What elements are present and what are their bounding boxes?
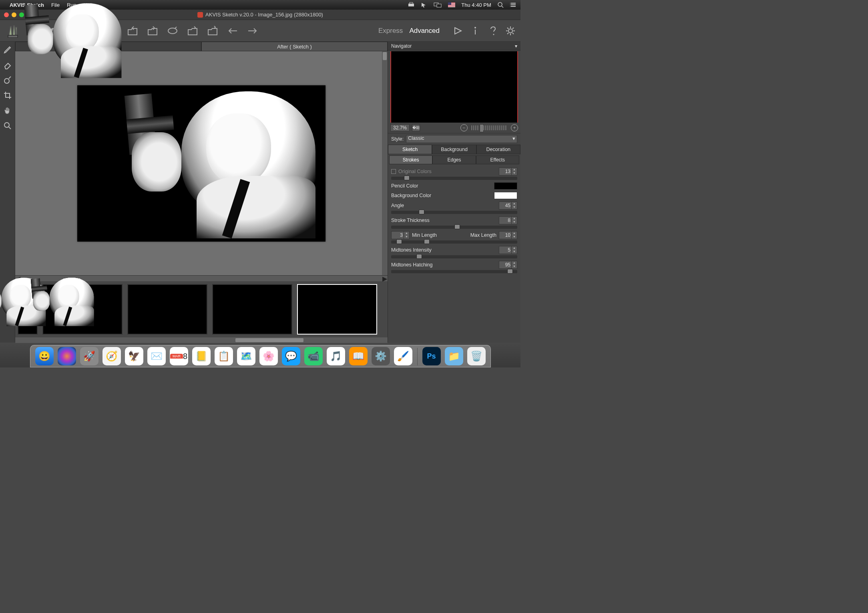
menubar-right: Thu 4:40 PM — [403, 2, 516, 8]
dock-separator — [417, 348, 418, 365]
save-strokes-button[interactable] — [204, 22, 221, 39]
window-title: AKVIS Sketch v.20.0 - Image_156.jpg (288… — [205, 12, 323, 18]
export-presets-button[interactable] — [144, 22, 161, 39]
midtones-hatching-spin[interactable]: ▲▼ — [499, 261, 517, 269]
app-title-icon — [197, 12, 203, 18]
dock-notes-icon[interactable]: 📒 — [192, 347, 211, 365]
stroke-thickness-label: Stroke Thickness — [391, 218, 496, 223]
import-presets-button[interactable] — [124, 22, 141, 39]
angle-slider[interactable] — [391, 211, 517, 214]
info-button[interactable] — [469, 25, 481, 37]
image-viewport[interactable] — [15, 51, 388, 275]
navigator-header: Navigator ▾ — [388, 42, 520, 50]
menubar-clock[interactable]: Thu 4:40 PM — [461, 2, 491, 8]
original-colors-label: Original Colors — [398, 169, 496, 174]
angle-spin[interactable]: ▲▼ — [499, 202, 517, 210]
midtones-intensity-spin[interactable]: ▲▼ — [499, 246, 517, 254]
dock-trash-icon[interactable]: 🗑️ — [467, 347, 486, 365]
preset-thumb[interactable] — [212, 284, 292, 335]
load-strokes-button[interactable] — [184, 22, 201, 39]
cursor-status-icon[interactable] — [421, 2, 427, 8]
help-button[interactable] — [487, 25, 499, 37]
svg-point-22 — [508, 29, 512, 33]
tab-decoration[interactable]: Decoration — [476, 145, 520, 154]
collapse-icon[interactable]: ▾ — [515, 43, 517, 49]
dock-ibooks-icon[interactable]: 📖 — [349, 347, 368, 365]
max-length-label: Max Length — [439, 232, 496, 238]
svg-point-11 — [510, 6, 510, 7]
preset-scroll-bottom[interactable] — [15, 337, 388, 343]
dock-settings-icon[interactable]: ⚙️ — [372, 347, 390, 365]
hand-tool[interactable] — [2, 105, 13, 116]
preset-thumb-selected[interactable] — [297, 284, 377, 335]
zoom-value[interactable]: 32.7% — [390, 124, 410, 131]
max-length-spin[interactable]: ▲▼ — [499, 231, 517, 239]
canvas-area: Before After ( Sketch ) ◀▶ — [15, 42, 388, 343]
dock-finder-icon[interactable]: 😀 — [35, 347, 54, 365]
bg-color-swatch[interactable] — [494, 192, 517, 199]
dock-downloads-icon[interactable]: 📁 — [445, 347, 463, 365]
midtones-hatching-slider[interactable] — [391, 270, 517, 273]
run-button[interactable] — [452, 25, 464, 37]
dock-mail-icon[interactable]: ✉️ — [147, 347, 166, 365]
crop-tool[interactable] — [2, 90, 13, 101]
dock-facetime-icon[interactable]: 📹 — [304, 347, 323, 365]
tab-after[interactable]: After ( Sketch ) — [201, 42, 388, 51]
style-select[interactable]: Classic▾ — [406, 135, 517, 143]
original-colors-slider[interactable] — [391, 177, 517, 180]
input-source-flag-icon[interactable] — [448, 2, 455, 7]
length-range-slider[interactable] — [391, 240, 517, 244]
displays-icon[interactable] — [434, 2, 442, 8]
mode-advanced[interactable]: Advanced — [409, 27, 440, 35]
zoom-tool[interactable] — [2, 120, 13, 131]
preferences-button[interactable] — [504, 25, 516, 37]
zoom-in-button[interactable]: + — [511, 124, 518, 131]
zoom-out-button[interactable]: − — [460, 124, 468, 131]
stroke-thickness-slider[interactable] — [391, 226, 517, 229]
redo-button[interactable] — [244, 22, 261, 39]
vertical-scrollbar[interactable] — [382, 51, 388, 275]
dock-reminders-icon[interactable]: 📋 — [215, 347, 233, 365]
original-colors-spin[interactable]: ▲▼ — [499, 167, 517, 175]
zoom-dropdown[interactable]: �期 — [412, 124, 420, 131]
erase-strokes-button[interactable] — [164, 22, 181, 39]
undo-button[interactable] — [224, 22, 241, 39]
spotlight-icon[interactable] — [497, 2, 504, 8]
dock-launchpad-icon[interactable]: 🚀 — [80, 347, 98, 365]
navigator-preview[interactable] — [390, 51, 518, 123]
midtones-intensity-slider[interactable] — [391, 255, 517, 258]
printer-status-icon[interactable] — [408, 2, 415, 8]
zoom-slider[interactable] — [472, 125, 507, 130]
dock-maps-icon[interactable]: 🗺️ — [237, 347, 255, 365]
subtab-strokes[interactable]: Strokes — [389, 155, 432, 164]
min-length-label: Min Length — [412, 232, 437, 238]
dock-itunes-icon[interactable]: 🎵 — [327, 347, 345, 365]
dock-safari-icon[interactable]: 🧭 — [102, 347, 121, 365]
style-label: Style: — [391, 136, 404, 142]
dock-calendar-icon[interactable]: MAR8 — [170, 347, 188, 365]
dock-photos-icon[interactable]: 🌸 — [259, 347, 278, 365]
subtab-edges[interactable]: Edges — [432, 155, 476, 164]
dock-akvis-icon[interactable]: 🖌️ — [394, 347, 412, 365]
stroke-thickness-spin[interactable]: ▲▼ — [499, 216, 517, 224]
preset-thumb[interactable] — [127, 284, 207, 335]
angle-label: Angle — [391, 203, 496, 208]
menu-extras-icon[interactable] — [510, 2, 516, 8]
min-length-spin[interactable]: ▲▼ — [391, 231, 410, 239]
svg-point-20 — [474, 27, 476, 28]
svg-point-19 — [168, 28, 177, 34]
settings-panel: Navigator ▾ 32.7% �期 − + Style: Classic▾… — [388, 42, 520, 343]
tab-background[interactable]: Background — [432, 145, 476, 154]
mode-express[interactable]: Express — [378, 27, 403, 35]
svg-point-21 — [493, 34, 494, 35]
dock-mail-preview-icon[interactable]: 🦅 — [125, 347, 143, 365]
tab-sketch[interactable]: Sketch — [388, 145, 432, 154]
dock-photoshop-icon[interactable]: Ps — [422, 347, 441, 365]
dock-siri-icon[interactable] — [58, 347, 76, 365]
original-colors-checkbox[interactable] — [391, 169, 396, 174]
pencil-color-swatch[interactable] — [494, 182, 517, 190]
dock-messages-icon[interactable]: 💬 — [282, 347, 300, 365]
svg-point-4 — [498, 2, 502, 6]
preset-strip: ◀▶ — [15, 275, 388, 343]
subtab-effects[interactable]: Effects — [476, 155, 519, 164]
